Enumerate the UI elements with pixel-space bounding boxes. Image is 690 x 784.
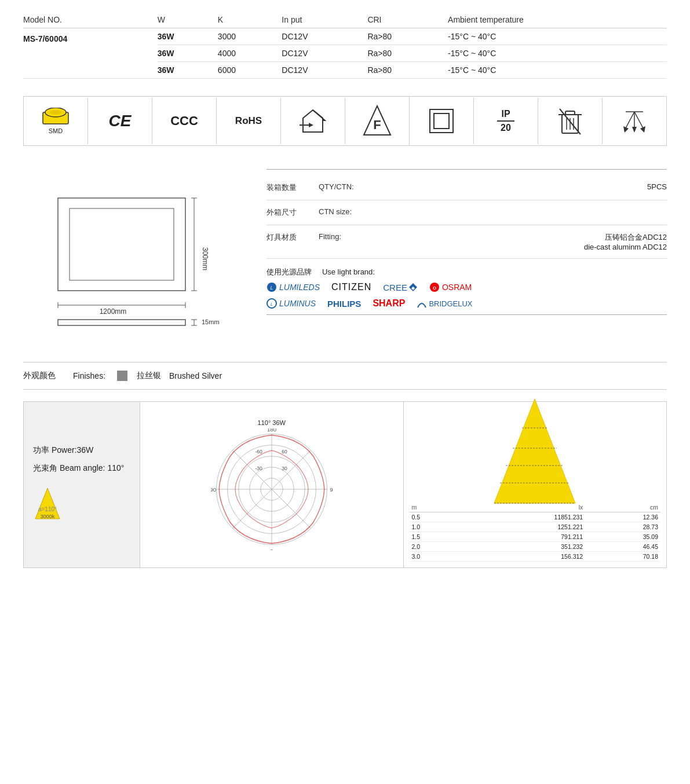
svg-line-18 — [560, 109, 581, 134]
spec-ctn-row: 外箱尺寸 CTN size: — [266, 200, 667, 225]
col-cri: CRI — [367, 12, 448, 28]
cert-weee — [538, 98, 603, 144]
beam-triangle-svg — [483, 396, 587, 512]
col-temp: Ambient temperature — [448, 12, 667, 28]
brand-philips: PHILIPS — [327, 299, 361, 309]
dimension-diagram: 300mm 1200mm 15mm — [23, 169, 243, 345]
cri-cell: Ra>80 — [367, 62, 448, 79]
qty-en: QTY/CTN: — [319, 182, 388, 191]
color-swatch — [117, 371, 127, 381]
cert-rohs: RoHS — [217, 98, 281, 144]
power-label: 功率 Power:36W — [33, 443, 130, 457]
smd-label: SMD — [49, 127, 63, 134]
ctn-cn: 外箱尺寸 — [266, 207, 319, 218]
svg-text:L: L — [271, 302, 273, 306]
fitting-en: Fitting: — [319, 232, 388, 241]
brand-osram: O OSRAM — [429, 282, 472, 292]
svg-text:90: 90 — [330, 486, 333, 493]
finish-section: 外观颜色 Finishes: 拉丝银 Brushed Silver — [23, 362, 667, 390]
col-model: Model NO. — [23, 12, 158, 28]
temp-cell: -15°C ~ 40°C — [448, 45, 667, 62]
w-cell: 36W — [158, 62, 218, 79]
brand-bridgelux: BRIDGELUX — [417, 298, 472, 309]
lux-row: 1.5 791.211 35.09 — [410, 532, 661, 542]
svg-text:15mm: 15mm — [202, 318, 220, 325]
brand-cn: 使用光源品牌 — [266, 268, 312, 276]
cert-recycle-in — [281, 98, 345, 144]
svg-text:a=110°: a=110° — [38, 506, 57, 512]
lux-row: 1.0 1251.221 28.73 — [410, 522, 661, 532]
brand-sharp: SHARP — [373, 298, 405, 309]
svg-text:◆: ◆ — [411, 285, 415, 291]
svg-text:-30: -30 — [255, 466, 262, 471]
k-cell: 6000 — [218, 62, 282, 79]
brands-row-2: L LUMINUS PHILIPS SHARP BRIDGELUX — [266, 298, 667, 309]
finish-label-cn: 外观颜色 — [23, 371, 56, 381]
brand-cree: CREE ◆ — [383, 283, 418, 292]
cert-light-spread — [603, 98, 666, 144]
svg-text:3000k: 3000k — [41, 514, 55, 519]
brands-row-1: L LUMILEDS CITIZEN CREE ◆ O OSRAM — [266, 282, 667, 292]
w-cell: 36W — [158, 45, 218, 62]
brand-en: Use light brand: — [322, 268, 375, 276]
svg-marker-20 — [632, 127, 637, 133]
chart-title: 110° 36W — [258, 419, 286, 426]
power-section: 功率 Power:36W 光束角 Beam angle: 110° a=110°… — [23, 401, 667, 568]
svg-text:O: O — [433, 285, 436, 291]
w-cell: 36W — [158, 28, 218, 45]
svg-text:180: 180 — [267, 428, 276, 433]
svg-point-2 — [50, 110, 61, 115]
svg-text:F: F — [373, 118, 381, 132]
svg-rect-14 — [565, 111, 575, 115]
lux-data: m lx cm 0.5 11851.231 12.36 1.0 1251.221… — [404, 402, 667, 567]
svg-text:60: 60 — [282, 449, 287, 455]
certification-row: SMD CE CCC RoHS F — [23, 96, 667, 146]
svg-rect-11 — [434, 113, 449, 129]
table-row: MS-7/60004 36W 3000 DC12V Ra>80 -15°C ~ … — [23, 28, 667, 45]
ctn-en: CTN size: — [319, 207, 388, 216]
dimension-svg: 300mm 1200mm 15mm — [23, 181, 232, 331]
qty-value: 5PCS — [388, 182, 667, 191]
cert-class2 — [410, 98, 474, 144]
brand-citizen: CITIZEN — [331, 282, 371, 292]
middle-section: 300mm 1200mm 15mm 装箱数量 QTY/CTN: 5PCS 外箱尺… — [23, 169, 667, 345]
brand-luminus: L LUMINUS — [266, 298, 316, 309]
power-info: 功率 Power:36W 光束角 Beam angle: 110° a=110°… — [24, 402, 140, 567]
input-cell: DC12V — [282, 62, 367, 79]
product-specs-right: 装箱数量 QTY/CTN: 5PCS 外箱尺寸 CTN size: 灯具材质 F… — [266, 169, 667, 345]
svg-text:0: 0 — [270, 548, 273, 550]
svg-text:1200mm: 1200mm — [100, 307, 127, 316]
temp-cell: -15°C ~ 40°C — [448, 62, 667, 79]
polar-chart-svg: 180 90 -90 0 -60 60 -30 30 — [211, 428, 333, 550]
bulb-icon: a=110° 3000k — [33, 487, 130, 526]
cert-ce: CE — [88, 98, 152, 144]
spec-qty-row: 装箱数量 QTY/CTN: 5PCS — [266, 175, 667, 200]
svg-marker-4 — [313, 110, 325, 120]
svg-marker-3 — [303, 110, 323, 132]
svg-marker-7 — [309, 123, 313, 127]
svg-rect-27 — [70, 208, 174, 280]
svg-text:-60: -60 — [255, 449, 262, 455]
brand-label-row: 使用光源品牌 Use light brand: — [266, 259, 667, 282]
cri-cell: Ra>80 — [367, 45, 448, 62]
input-cell: DC12V — [282, 45, 367, 62]
fitting-cn: 灯具材质 — [266, 232, 319, 243]
temp-cell: -15°C ~ 40°C — [448, 28, 667, 45]
finish-label-en: Finishes: — [73, 371, 105, 380]
fitting-value: 压铸铝合金ADC12 die-cast aluminm ADC12 — [388, 232, 667, 251]
beam-triangle — [410, 408, 661, 500]
polar-diagram: 110° 36W 180 90 -90 0 -60 60 -30 30 — [140, 402, 404, 567]
cert-ip20: IP 20 — [474, 98, 538, 144]
k-cell: 3000 — [218, 28, 282, 45]
cert-ccc: CCC — [152, 98, 217, 144]
model-cell: MS-7/60004 — [23, 28, 158, 79]
svg-text:L: L — [270, 285, 273, 291]
svg-rect-26 — [58, 198, 185, 291]
cert-smd: SMD — [24, 98, 88, 144]
svg-rect-36 — [58, 320, 185, 325]
lux-row: 0.5 11851.231 12.36 — [410, 512, 661, 522]
col-w: W — [158, 12, 218, 28]
cert-flammability: F — [345, 97, 410, 145]
spec-fitting-row: 灯具材质 Fitting: 压铸铝合金ADC12 die-cast alumin… — [266, 225, 667, 259]
qty-cn: 装箱数量 — [266, 182, 319, 193]
